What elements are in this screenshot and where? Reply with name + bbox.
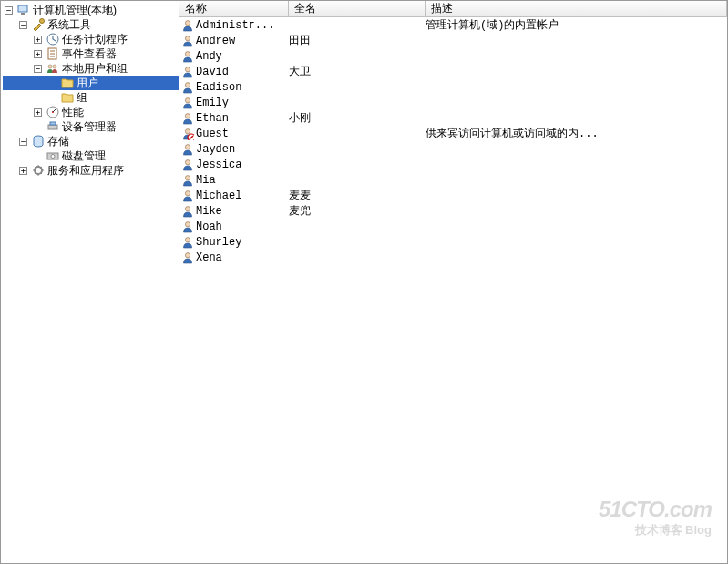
services-icon [31, 163, 46, 178]
cell-name: Ethan [181, 112, 289, 125]
expand-toggle[interactable]: + [34, 50, 42, 58]
tree-item-label: 系统工具 [47, 17, 91, 33]
user-icon [181, 35, 194, 47]
user-icon [181, 190, 194, 202]
computer-icon [16, 3, 31, 17]
user-icon [181, 81, 194, 94]
table-row[interactable]: Ethan小刚 [179, 110, 727, 126]
tree-item[interactable]: −计算机管理(本地) [3, 3, 179, 17]
tree-item[interactable]: −系统工具 [3, 17, 179, 32]
table-row[interactable]: Andrew田田 [179, 33, 727, 48]
user-icon [181, 19, 194, 32]
table-row[interactable]: David大卫 [179, 64, 727, 79]
svg-rect-10 [48, 125, 57, 129]
user-icon [181, 251, 194, 264]
tree-item[interactable]: 用户 [3, 76, 179, 90]
table-row[interactable]: Emily [179, 95, 727, 110]
expand-toggle[interactable]: + [19, 167, 27, 175]
svg-point-18 [185, 51, 190, 56]
svg-point-14 [51, 155, 55, 159]
table-row[interactable]: Xena [179, 250, 727, 265]
table-row[interactable]: Michael麦麦 [179, 188, 727, 203]
user-name-label: Mia [196, 174, 216, 187]
cell-name: Administr... [181, 19, 289, 32]
tree-item[interactable]: −存储 [3, 134, 179, 149]
cell-name: Mike [181, 205, 289, 218]
svg-rect-2 [19, 15, 26, 15]
table-row[interactable]: Noah [179, 219, 727, 234]
tree-item[interactable]: +服务和应用程序 [3, 163, 179, 178]
cell-fullname: 麦兜 [289, 203, 426, 219]
disk-icon [46, 149, 60, 163]
user-icon [181, 205, 194, 218]
expand-toggle[interactable]: + [34, 36, 42, 44]
cell-name: Eadison [181, 81, 289, 94]
tree-item-label: 本地用户和组 [62, 61, 128, 77]
table-row[interactable]: Mia [179, 172, 727, 188]
user-list-panel: 名称 全名 描述 Administr...管理计算机(域)的内置帐户Andrew… [179, 1, 727, 563]
user-name-label: Eadison [196, 81, 241, 94]
user-name-label: Shurley [196, 236, 241, 249]
user-name-label: Guest [196, 128, 229, 140]
tree-item[interactable]: −本地用户和组 [3, 61, 179, 76]
tree-item-label: 组 [77, 90, 87, 106]
user-icon [181, 66, 194, 78]
tree-item[interactable]: +性能 [3, 105, 179, 119]
svg-point-28 [185, 190, 190, 195]
svg-point-3 [40, 19, 45, 24]
tree-item-label: 用户 [77, 76, 98, 91]
cell-name: Andrew [181, 35, 289, 47]
user-name-label: Andrew [196, 35, 235, 47]
col-header-name[interactable]: 名称 [179, 1, 289, 16]
tree-item[interactable]: +任务计划程序 [3, 32, 179, 46]
svg-point-32 [185, 252, 190, 257]
cell-fullname: 大卫 [289, 64, 426, 79]
collapse-toggle[interactable]: − [19, 21, 27, 29]
expand-toggle[interactable]: + [34, 108, 42, 117]
folder-icon [60, 76, 75, 90]
device-icon [46, 119, 60, 134]
svg-point-25 [185, 144, 190, 149]
tree-item[interactable]: 组 [3, 90, 179, 105]
table-row[interactable]: Jayden [179, 141, 727, 157]
tree-item[interactable]: +事件查看器 [3, 46, 179, 61]
tree-item[interactable]: 磁盘管理 [3, 149, 179, 163]
user-disabled-icon [181, 128, 194, 140]
cell-name: Jayden [181, 143, 289, 156]
cell-name: David [181, 66, 289, 78]
tree-item-label: 性能 [62, 105, 84, 120]
collapse-toggle[interactable]: − [19, 138, 27, 146]
tree-item[interactable]: 设备管理器 [3, 119, 179, 134]
svg-point-30 [185, 221, 190, 226]
event-icon [46, 46, 60, 61]
tree-item-label: 设备管理器 [62, 119, 117, 135]
svg-point-22 [185, 113, 190, 118]
tree-item-label: 任务计划程序 [62, 32, 128, 47]
collapse-toggle[interactable]: − [5, 6, 13, 15]
table-row[interactable]: Eadison [179, 79, 727, 95]
svg-point-29 [185, 206, 190, 210]
cell-name: Guest [181, 128, 289, 140]
table-row[interactable]: Andy [179, 48, 727, 64]
col-header-fullname[interactable]: 全名 [289, 1, 426, 16]
cell-name: Jessica [181, 159, 289, 171]
collapse-toggle[interactable]: − [34, 65, 42, 73]
storage-icon [31, 134, 46, 149]
table-row[interactable]: Shurley [179, 234, 727, 250]
cell-name: Shurley [181, 236, 289, 249]
user-icon [181, 143, 194, 156]
user-icon [181, 220, 194, 233]
col-header-description[interactable]: 描述 [426, 1, 727, 16]
table-row[interactable]: Jessica [179, 157, 727, 172]
list-header: 名称 全名 描述 [179, 1, 727, 17]
cell-name: Michael [181, 190, 289, 202]
user-name-label: Noah [196, 220, 222, 233]
cell-name: Xena [181, 251, 289, 264]
cell-fullname: 田田 [289, 33, 426, 48]
table-row[interactable]: Administr...管理计算机(域)的内置帐户 [179, 17, 727, 33]
user-icon [181, 174, 194, 187]
tree-item-label: 事件查看器 [62, 46, 117, 62]
table-row[interactable]: Guest供来宾访问计算机或访问域的内... [179, 126, 727, 141]
table-row[interactable]: Mike麦兜 [179, 203, 727, 219]
folder-icon [60, 90, 75, 105]
